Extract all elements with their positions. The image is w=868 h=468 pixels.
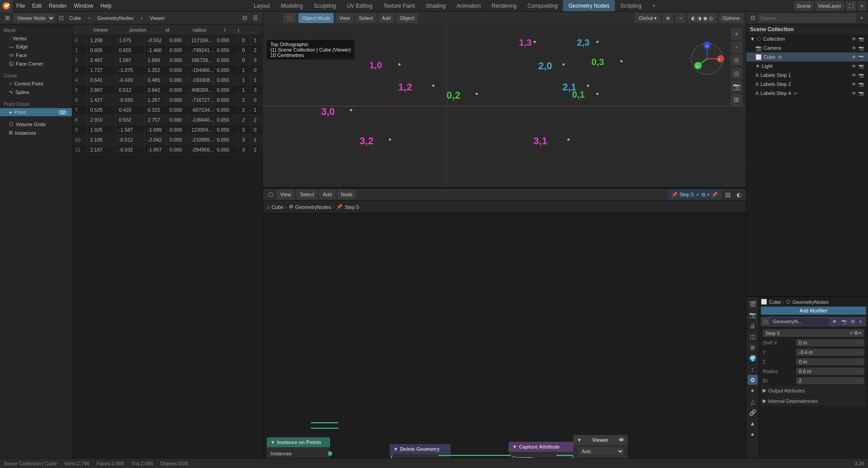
- node-viewer[interactable]: ▼ Viewer 👁 Auto Geometry: [573, 435, 627, 458]
- id-value[interactable]: 2 ↔: [796, 377, 864, 384]
- vis-toggle-labels1[interactable]: 👁: [851, 72, 857, 78]
- node-select-btn[interactable]: Select: [297, 189, 318, 199]
- shift-x-value[interactable]: 0 m ↔: [796, 339, 864, 346]
- props-cube-label[interactable]: Cube: [769, 299, 781, 305]
- vis-render-labels4[interactable]: 📷: [858, 90, 864, 96]
- table-row[interactable]: 4 0.641 -0.420 0.485 0.000 -193308... 0.…: [72, 75, 263, 85]
- props-obj-icon[interactable]: ↕: [748, 364, 758, 374]
- options-btn[interactable]: Options: [719, 13, 743, 23]
- tab-rendering[interactable]: Rendering: [486, 0, 522, 11]
- node-capture-attribute[interactable]: ▼ Capture Attribute Geometry Value: [509, 442, 574, 458]
- step-pin-pin[interactable]: 📌: [712, 192, 718, 198]
- vis-render-cube[interactable]: 📷: [858, 54, 864, 60]
- snap-btn[interactable]: ⊕: [662, 13, 674, 23]
- step-pin-expand[interactable]: ⧉: [702, 192, 705, 198]
- scene-search-input[interactable]: [758, 14, 856, 23]
- vis-toggle-camera[interactable]: 👁: [851, 45, 857, 51]
- node-node-btn[interactable]: Node: [337, 189, 356, 199]
- menu-file[interactable]: File: [13, 0, 28, 11]
- vis-toggle-labels4[interactable]: 👁: [851, 90, 857, 96]
- object-menu-btn[interactable]: Object: [396, 13, 418, 23]
- v-domain-dropdown[interactable]: Auto: [579, 447, 624, 455]
- modifier-vis-btn[interactable]: 👁: [830, 318, 839, 325]
- step-pin-check[interactable]: ✓: [696, 192, 700, 198]
- sc-labels-4[interactable]: A Labels.Step 4 ↩ 👁 📷: [746, 89, 868, 98]
- props-view-layer-icon[interactable]: ◫: [748, 331, 758, 341]
- vis-render-labels2[interactable]: 📷: [858, 81, 864, 87]
- props-particles-icon[interactable]: ✦: [748, 386, 758, 396]
- scene-selector[interactable]: Scene: [794, 1, 813, 11]
- col-header-radius[interactable]: radius: [190, 24, 222, 35]
- col-header-position[interactable]: position: [127, 24, 163, 35]
- table-row[interactable]: 9 1.925 -1.587 -1.089 0.000 123059... 0.…: [72, 125, 263, 135]
- step-pin-close[interactable]: ×: [707, 192, 710, 197]
- settings-icon[interactable]: ☰: [251, 14, 260, 23]
- props-physics-icon[interactable]: △: [748, 397, 758, 407]
- fullscreen-btn[interactable]: ⛶: [846, 1, 856, 11]
- view-all-btn[interactable]: ⊙: [731, 54, 742, 66]
- tab-geometry-nodes[interactable]: Geometry Nodes: [563, 0, 615, 11]
- props-data-icon[interactable]: ▲: [748, 418, 758, 428]
- close-btn[interactable]: ×: [858, 1, 866, 11]
- internal-deps-section[interactable]: ▶ Internal Dependencies: [761, 396, 866, 406]
- tab-shading[interactable]: Shading: [420, 0, 451, 11]
- menu-render[interactable]: Render: [45, 0, 70, 11]
- tab-texture-paint[interactable]: Texture Paint: [378, 0, 420, 11]
- view-menu-btn[interactable]: View: [335, 13, 354, 23]
- zoom-in-btn[interactable]: +: [731, 28, 742, 40]
- breadcrumb-cube[interactable]: Cube: [272, 204, 283, 210]
- editor-type-btn[interactable]: ⬛: [283, 13, 297, 23]
- table-row[interactable]: 0 1.208 1.075 -0.552 0.000 117166... 0.0…: [72, 35, 263, 45]
- tab-layout[interactable]: Layout: [248, 0, 275, 11]
- geo-item-point[interactable]: ● Point 12: [0, 108, 72, 116]
- sc-labels-1[interactable]: A Labels Step 1 👁 📷: [746, 71, 868, 80]
- node-delete-geometry[interactable]: ▼ Delete Geometry Geometry Point: [390, 444, 451, 458]
- node-add-btn[interactable]: Add: [319, 189, 335, 199]
- menu-edit[interactable]: Edit: [28, 0, 45, 11]
- menu-help[interactable]: Help: [97, 0, 115, 11]
- step-pin-value[interactable]: Step 5 ✓ ⧉ ×: [763, 329, 864, 337]
- select-menu-btn[interactable]: Select: [355, 13, 377, 23]
- modifier-del-btn[interactable]: ×: [857, 318, 863, 325]
- tab-modeling[interactable]: Modeling: [275, 0, 308, 11]
- props-geo-nodes-label[interactable]: GeometryNodes: [793, 299, 829, 305]
- geo-item-instances[interactable]: ⧉ Instances: [0, 128, 72, 137]
- node-canvas[interactable]: ▼ Instance on Points Instances Points: [263, 213, 746, 458]
- props-modifier-icon[interactable]: ⚙: [748, 375, 758, 385]
- modifier-render-btn[interactable]: 📷: [840, 318, 849, 325]
- geo-item-face-corner[interactable]: ◱ Face Corner: [0, 59, 72, 68]
- col-header-i[interactable]: i: [222, 24, 235, 35]
- col-header-viewer[interactable]: Viewer: [90, 24, 127, 35]
- camera-view-btn[interactable]: 📷: [731, 80, 742, 92]
- vis-toggle-labels2[interactable]: 👁: [851, 81, 857, 87]
- filter-scene-icon[interactable]: ⊟: [748, 14, 757, 23]
- table-row[interactable]: 1 0.805 0.655 -1.460 0.000 -799241... 0.…: [72, 45, 263, 55]
- viewport-canvas[interactable]: Top Orthographic (1) Scene Collection | …: [263, 24, 746, 187]
- tab-compositing[interactable]: Compositing: [522, 0, 563, 11]
- viewport-shading-btns[interactable]: ◐ ◑ ◉ ◎: [688, 13, 717, 23]
- view-layer-selector[interactable]: ViewLayer: [815, 1, 844, 11]
- geo-item-volume-grids[interactable]: ⬡ Volume Grids: [0, 120, 72, 128]
- tab-scripting[interactable]: Scripting: [615, 0, 647, 11]
- table-row[interactable]: 5 2.887 0.512 2.842 0.000 408269... 0.05…: [72, 85, 263, 95]
- step-pin-copy-props[interactable]: ⧉: [854, 330, 858, 336]
- props-world-icon[interactable]: 🌍: [748, 353, 758, 363]
- sc-camera[interactable]: 📷 Camera 👁 📷: [746, 43, 868, 52]
- zoom-out-btn[interactable]: -: [731, 41, 742, 53]
- object-type-dropdown[interactable]: Viewer Node: [14, 14, 55, 23]
- sc-cube[interactable]: ⬜ Cube ⚙ 👁 📷: [746, 52, 868, 61]
- sc-labels-2[interactable]: A Labels Step 2 👁 📷: [746, 80, 868, 89]
- vis-toggle-0[interactable]: 👁: [851, 36, 857, 42]
- object-mode-btn[interactable]: Object Mode: [298, 13, 334, 23]
- modifier-copy-btn[interactable]: ⧉: [849, 318, 856, 325]
- radius-value[interactable]: 0.6 m ↔: [796, 368, 864, 375]
- table-row[interactable]: 6 1.427 -0.655 1.267 0.000 -716727... 0.…: [72, 95, 263, 105]
- vis-toggle-cube[interactable]: 👁: [851, 54, 857, 60]
- geo-item-control-point[interactable]: ○ Control Point: [0, 80, 72, 88]
- add-modifier-btn[interactable]: Add Modifier: [761, 307, 866, 315]
- vis-render-camera[interactable]: 📷: [858, 45, 864, 51]
- props-output-icon[interactable]: 🖨: [748, 321, 758, 331]
- tab-uv-editing[interactable]: UV Editing: [341, 0, 378, 11]
- vis-render-light[interactable]: 📷: [858, 63, 864, 69]
- table-row[interactable]: 3 1.727 -1.075 1.352 0.000 -154966... 0.…: [72, 65, 263, 75]
